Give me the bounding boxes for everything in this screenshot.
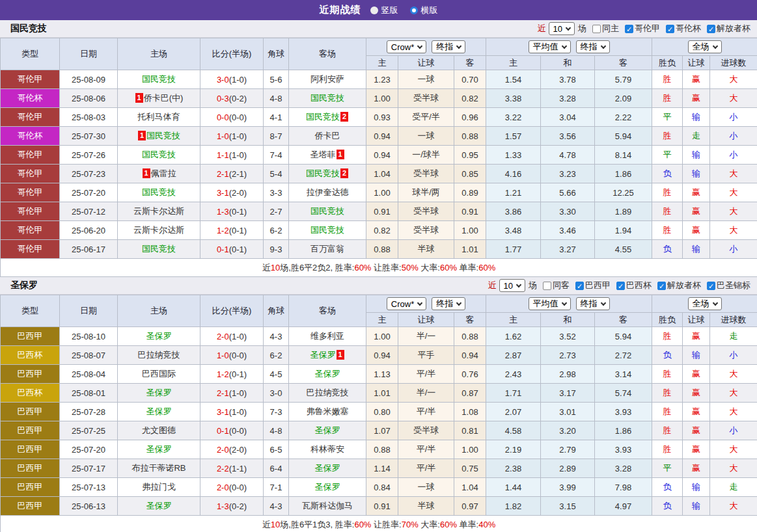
date-cell: 25-07-20 [60,183,118,202]
away-team-name: 国民竞技 [310,225,344,235]
date-cell: 25-06-17 [60,240,118,259]
goals-result-cell: 大 [710,165,757,183]
fullmatch-select[interactable]: 全场 [688,40,722,53]
crow-select-wrap: Crow*终指 [366,40,486,53]
chevron-down-icon [561,43,566,48]
match-row: 哥伦杯25-07-301国民竞技1-0(1-0)8-7侨卡巴0.94一球0.88… [1,127,757,146]
league-cell: 哥伦甲 [1,183,60,202]
radio-horizontal-dot-icon[interactable] [410,7,418,14]
crow-final-select-value: 终指 [436,298,453,310]
avg-odds-cell: 3.78 [541,70,595,89]
same-venue-checkbox[interactable] [543,282,551,290]
avg-odds-cell: 5.66 [541,183,595,202]
card-count-badge: 1 [337,350,344,360]
avg-odds-cell: 3.48 [486,221,541,240]
chevron-down-icon [417,43,422,48]
score-cell: 1-3(0-2) [200,497,264,516]
home-team-cell: 国民竞技 [118,146,200,165]
league-checkbox-2[interactable]: ✓ [657,282,666,290]
winloss-result-cell: 负 [652,478,683,497]
halftime-score: (1-0) [229,75,247,85]
sub-column-header: 客 [454,56,486,70]
crow-odds-cell: 1.00 [366,327,398,346]
radio-horizontal[interactable]: 横版 [410,5,438,16]
league-checkbox-label-0: 巴西甲 [585,280,611,291]
crow-odds-cell: 0.93 [366,108,398,127]
summary-text: 大率: [419,520,440,529]
avg-odds-cell: 3.17 [541,384,595,403]
avg-final-select[interactable]: 终指 [576,40,610,53]
winloss-result-cell: 胜 [652,384,683,403]
home-team-name: 佩雷拉 [151,168,176,178]
winloss-result-cell: 平 [652,146,683,165]
corner-cell: 6-4 [264,459,289,478]
goals-result-cell: 小 [710,421,757,440]
league-checkbox-3[interactable]: ✓ [707,282,715,290]
away-team-name: 维多利亚 [310,331,344,341]
league-checkbox-1[interactable]: ✓ [666,25,674,33]
handicap-result-cell: 赢 [683,89,710,108]
score-cell: 2-0(0-0) [200,478,264,497]
crow-final-select[interactable]: 终指 [432,40,465,53]
radio-vertical[interactable]: 竖版 [370,5,398,16]
same-venue-checkbox[interactable] [592,25,601,33]
home-team-name: 圣保罗 [146,406,172,416]
avg-company-select[interactable]: 平均值 [529,40,571,53]
handicap-result-cell: 赢 [683,202,710,221]
league-checkbox-2[interactable]: ✓ [707,25,715,33]
away-team-cell: 圣塔菲1 [289,146,366,165]
league-cell: 哥伦甲 [1,202,60,221]
sub-column-header: 主 [366,313,398,327]
recent-count-select[interactable]: 10 [549,22,575,35]
chevron-down-icon [600,300,605,305]
league-cell: 巴西甲 [1,440,60,459]
winloss-result-cell: 胜 [652,202,683,221]
date-cell: 25-08-01 [60,384,118,403]
corner-cell: 4-5 [264,365,289,384]
goals-result-cell: 走 [710,327,757,346]
crow-company-select[interactable]: Crow* [387,297,426,310]
match-row: 巴西杯25-08-01圣保罗2-1(1-0)3-0巴拉纳竞技1.01半/一0.8… [1,384,757,403]
avg-odds-cell: 1.21 [486,183,541,202]
recent-count-select[interactable]: 10 [499,279,525,292]
summary-text: 40% [478,520,495,529]
league-cell: 哥伦杯 [1,127,60,146]
league-cell: 哥伦甲 [1,108,60,127]
corner-cell: 6-5 [264,440,289,459]
avg-odds-cell: 7.98 [595,478,652,497]
winloss-result-cell: 胜 [652,183,683,202]
goals-result-cell: 小 [710,240,757,259]
goals-result-cell: 大 [710,365,757,384]
halftime-score: (2-0) [229,188,247,198]
match-row: 巴西甲25-07-20圣保罗2-0(2-0)6-5科林蒂安0.88平/半1.00… [1,440,757,459]
crow-odds-cell: 1.01 [366,384,398,403]
crow-odds-cell: 半/一 [398,327,454,346]
away-team-cell: 巴拉纳竞技 [289,384,366,403]
crow-odds-cell: 一球 [398,127,454,146]
column-header: 类型 [1,38,60,70]
home-team-name: 国民竞技 [142,150,176,159]
corner-cell: 5-6 [264,70,289,89]
avg-odds-cell: 3.23 [541,165,595,183]
avg-final-select[interactable]: 终指 [576,297,610,310]
fullmatch-select[interactable]: 全场 [688,297,722,310]
chevron-down-icon [561,300,566,305]
winloss-result-cell: 负 [652,346,683,365]
fulltime-score: 2-0 [217,483,229,492]
crow-odds-cell: 0.84 [366,478,398,497]
score-cell: 3-1(2-0) [200,183,264,202]
avg-odds-cell: 3.01 [541,403,595,421]
match-row: 巴西甲25-07-17布拉干蒂诺RB2-2(1-1)6-4圣保罗1.14平/半0… [1,459,757,478]
avg-company-select[interactable]: 平均值 [529,297,571,310]
summary-row: 近10场,胜6平1负3, 胜率:60% 让胜率:70% 大率:60% 单率:40… [1,516,757,532]
league-cell: 巴西甲 [1,327,60,346]
radio-vertical-dot-icon[interactable] [370,7,378,14]
avg-odds-cell: 3.28 [541,89,595,108]
league-checkbox-0[interactable]: ✓ [625,25,633,33]
corner-cell: 8-7 [264,127,289,146]
crow-odds-cell: 0.75 [454,459,486,478]
crow-final-select[interactable]: 终指 [432,297,465,310]
league-checkbox-1[interactable]: ✓ [616,282,625,290]
crow-company-select[interactable]: Crow* [387,40,426,53]
league-checkbox-0[interactable]: ✓ [575,282,584,290]
